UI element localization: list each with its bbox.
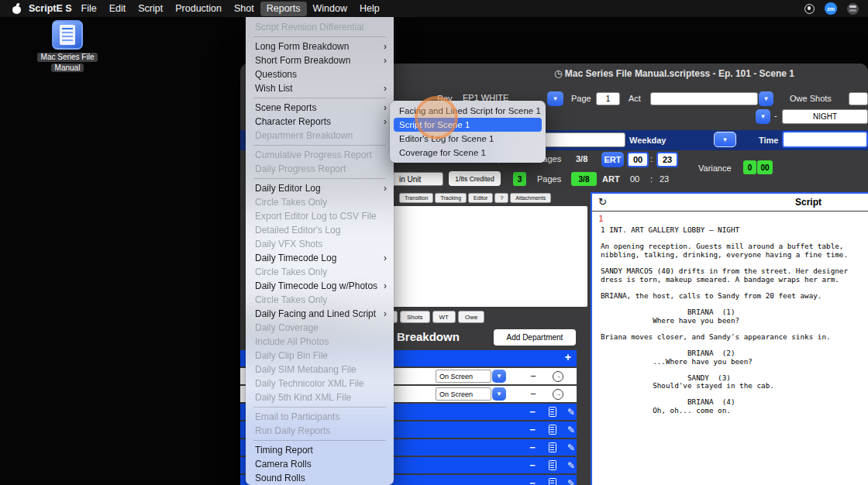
- reports-menu-item[interactable]: Short Form Breakdown ›: [246, 53, 394, 67]
- credited-button[interactable]: 1/8s Credited: [449, 171, 501, 186]
- reports-menu-item[interactable]: Daily Clip Bin File ›: [246, 349, 394, 363]
- document-icon[interactable]: [549, 460, 556, 470]
- reports-menu-item[interactable]: Export Editor Log to CSV File ›: [246, 209, 394, 223]
- submenu-item[interactable]: Coverage for Scene 1: [394, 146, 542, 160]
- reports-menu-item[interactable]: Circle Takes Only ›: [246, 293, 394, 307]
- detail-tab[interactable]: Tracking: [435, 193, 467, 203]
- reports-menu-item[interactable]: Daily Timecode Log ›: [246, 251, 394, 265]
- reports-menu-item[interactable]: Run Daily Reports ›: [246, 424, 394, 438]
- weekday-dropdown[interactable]: ▾: [714, 132, 736, 147]
- submenu-item[interactable]: Editor's Log for Scene 1: [394, 132, 542, 146]
- add-row-icon[interactable]: +: [565, 351, 571, 363]
- menubar-item[interactable]: Shot: [228, 2, 260, 16]
- in-unit-field[interactable]: in Unit: [388, 172, 443, 186]
- reports-menu-item[interactable]: Daily 5th Kind XML File ›: [246, 390, 394, 404]
- reports-menu-item[interactable]: ›: [246, 404, 394, 410]
- reports-menu-item[interactable]: Questions ›: [246, 67, 394, 81]
- time-input[interactable]: [782, 131, 868, 148]
- ert-hours-input[interactable]: 00: [627, 152, 649, 167]
- reports-menu-item[interactable]: Daily Editor Log ›: [246, 181, 394, 195]
- reports-menu-item[interactable]: ›: [246, 143, 394, 148]
- reports-menu-item[interactable]: Email to Participants ›: [246, 410, 394, 424]
- menubar-item[interactable]: Production: [169, 2, 228, 16]
- breakdown-tab[interactable]: Shots: [400, 311, 429, 323]
- reports-menu-item[interactable]: Daily Timecode Log w/Photos ›: [246, 279, 394, 293]
- remove-department-icon[interactable]: −: [525, 404, 539, 420]
- onscreen-dropdown[interactable]: ▾: [492, 370, 506, 383]
- remove-item-icon[interactable]: −: [527, 368, 539, 384]
- breakdown-tab[interactable]: WT: [432, 311, 456, 323]
- reports-menu-item[interactable]: Script Revision Differential ›: [246, 20, 394, 34]
- reports-menu-item[interactable]: Sound Rolls ›: [246, 471, 394, 485]
- reports-menu-item[interactable]: Long Form Breakdown ›: [246, 40, 394, 53]
- document-icon[interactable]: [549, 478, 556, 485]
- reports-menu-item[interactable]: ›: [246, 95, 394, 101]
- reports-menu-item[interactable]: Wish List ›: [246, 81, 394, 95]
- reports-menu-item[interactable]: Include All Photos ›: [246, 335, 394, 349]
- menubar-item[interactable]: Help: [353, 2, 386, 16]
- edit-pencil-icon[interactable]: ✎: [565, 459, 577, 472]
- reports-menu-item[interactable]: Detailed Editor's Log ›: [246, 223, 394, 237]
- reports-menu-item[interactable]: ›: [246, 176, 394, 181]
- act-input[interactable]: [650, 92, 758, 105]
- zoom-app-icon[interactable]: zm: [825, 2, 837, 15]
- open-item-icon[interactable]: →: [553, 371, 563, 382]
- reports-menu-item[interactable]: Character Reports ›: [246, 115, 394, 129]
- owe-shots-input[interactable]: [849, 92, 868, 105]
- reports-menu-item[interactable]: Daily SIM Metabang File ›: [246, 363, 394, 377]
- reports-menu-item[interactable]: Circle Takes Only ›: [246, 265, 394, 279]
- act-dropdown[interactable]: ▾: [759, 91, 773, 106]
- add-department-button[interactable]: Add Department: [494, 329, 576, 346]
- open-item-icon[interactable]: →: [553, 389, 563, 400]
- detail-tab[interactable]: ?: [494, 193, 508, 203]
- document-icon[interactable]: [549, 442, 556, 452]
- reports-menu-item[interactable]: Daily Progress Report ›: [246, 162, 394, 176]
- ert-chip[interactable]: ERT: [601, 152, 624, 167]
- reports-menu-item[interactable]: Cumulative Progress Report ›: [246, 148, 394, 162]
- edit-pencil-icon[interactable]: ✎: [565, 441, 577, 454]
- app-menu-title[interactable]: ScriptE S: [29, 3, 72, 14]
- detail-tab[interactable]: Transition: [399, 193, 433, 203]
- page-input[interactable]: 1: [596, 92, 620, 105]
- menubar-item[interactable]: Reports: [260, 2, 307, 16]
- document-icon[interactable]: [549, 407, 556, 417]
- menubar-item[interactable]: Edit: [103, 2, 133, 16]
- detail-tab[interactable]: Editor: [468, 193, 493, 203]
- remove-department-icon[interactable]: −: [525, 457, 539, 473]
- reports-menu-item[interactable]: Daily Technicolor XML File ›: [246, 377, 394, 390]
- apple-menu-icon[interactable]: [12, 3, 22, 15]
- reports-menu-item[interactable]: Camera Rolls ›: [246, 457, 394, 471]
- reports-menu-item[interactable]: Circle Takes Only ›: [246, 195, 394, 209]
- rev-dropdown[interactable]: ▾: [547, 91, 563, 106]
- remove-department-icon[interactable]: −: [525, 475, 539, 485]
- reports-menu-item[interactable]: Department Breakdown ›: [246, 129, 394, 143]
- refresh-icon[interactable]: ↻: [598, 196, 607, 208]
- edit-pencil-icon[interactable]: ✎: [565, 476, 577, 485]
- breakdown-tab[interactable]: Owe: [458, 311, 484, 323]
- edit-pencil-icon[interactable]: ✎: [565, 423, 577, 436]
- remove-department-icon[interactable]: −: [525, 439, 539, 456]
- onscreen-dropdown[interactable]: ▾: [492, 387, 506, 401]
- reports-menu-item[interactable]: Daily Coverage ›: [246, 321, 394, 335]
- window-title-bar[interactable]: ◷ Mac Series File Manual.scriptess - Ep.…: [480, 68, 868, 79]
- onscreen-select[interactable]: On Screen: [436, 370, 491, 383]
- reports-menu-item[interactable]: Daily Facing and Lined Script ›: [246, 307, 394, 321]
- reports-menu-item[interactable]: Scene Reports ›: [246, 101, 394, 115]
- detail-tab[interactable]: Attachments: [510, 193, 551, 203]
- reports-menu-item[interactable]: Daily VFX Shots ›: [246, 237, 394, 251]
- menubar-item[interactable]: File: [75, 2, 103, 16]
- menubar-item[interactable]: Script: [132, 2, 169, 16]
- onscreen-select[interactable]: On Screen: [436, 387, 491, 401]
- menubar-item[interactable]: Window: [307, 2, 353, 16]
- edit-pencil-icon[interactable]: ✎: [565, 405, 577, 418]
- remove-department-icon[interactable]: −: [525, 421, 539, 438]
- night-dropdown[interactable]: ▾: [756, 109, 770, 124]
- reports-menu-item[interactable]: ›: [246, 438, 394, 443]
- control-center-icon[interactable]: [847, 3, 859, 15]
- reports-menu-item[interactable]: ›: [246, 34, 394, 40]
- night-input[interactable]: NIGHT: [782, 109, 868, 124]
- document-icon[interactable]: [549, 425, 556, 435]
- screen-record-icon[interactable]: [804, 4, 815, 14]
- remove-item-icon[interactable]: −: [527, 386, 539, 402]
- reports-menu-item[interactable]: Timing Report ›: [246, 443, 394, 457]
